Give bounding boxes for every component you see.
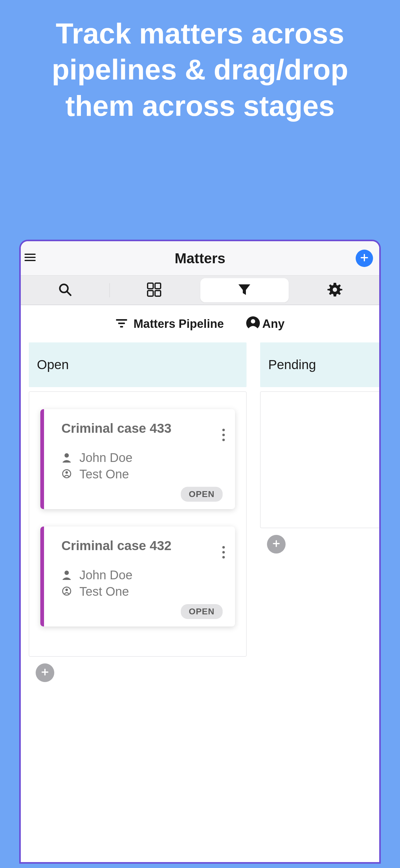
svg-point-21 [65,453,69,458]
pipeline-selector[interactable]: Matters Pipeline [115,317,224,331]
app-window: Matters [19,240,381,864]
svg-point-24 [222,546,225,549]
svg-rect-7 [147,283,153,289]
svg-line-6 [67,291,71,295]
toolbar [21,275,379,305]
app-header: Matters [21,241,379,275]
svg-point-20 [222,439,225,441]
filter-row: Matters Pipeline Any [21,305,379,342]
grid-icon [145,281,163,300]
pipeline-label: Matters Pipeline [133,317,224,331]
card-client-name: Test One [79,467,129,481]
plus-icon [40,668,49,678]
card-person-name: John Doe [79,451,132,465]
person-icon [61,569,72,581]
gear-icon [327,282,343,299]
column-body[interactable] [260,392,379,528]
card-client-row: Test One [61,467,223,481]
status-badge: OPEN [181,487,223,502]
page-title: Matters [27,250,373,267]
svg-point-29 [65,589,68,591]
user-circle-icon [245,316,261,332]
assignee-label: Any [262,317,285,331]
svg-point-12 [333,287,337,292]
add-card-button[interactable] [267,535,286,554]
svg-rect-15 [120,326,123,328]
svg-point-17 [251,319,255,323]
plus-icon [360,253,369,264]
svg-rect-0 [25,254,36,255]
svg-rect-33 [273,543,280,544]
funnel-icon [237,282,252,299]
svg-point-19 [222,434,225,436]
settings-tab[interactable] [291,276,379,305]
card-person-row: John Doe [61,451,223,465]
svg-rect-31 [41,672,48,673]
assignee-filter[interactable]: Any [245,316,285,332]
card-person-name: John Doe [79,568,132,582]
kanban-board: Open Criminal case 433 John Doe [21,342,379,682]
svg-rect-9 [147,290,153,296]
card-menu-button[interactable] [222,546,225,560]
more-vertical-icon [222,554,225,560]
status-badge: OPEN [181,604,223,619]
card-title: Criminal case 433 [61,421,223,436]
svg-rect-13 [116,319,127,321]
filter-list-icon [115,318,128,330]
svg-point-26 [222,556,225,558]
card-menu-button[interactable] [222,428,225,443]
card-title: Criminal case 432 [61,538,223,553]
matter-card[interactable]: Criminal case 433 John Doe Test One [40,409,235,509]
add-matter-button[interactable] [356,250,373,267]
card-client-row: Test One [61,585,223,598]
more-vertical-icon [222,437,225,442]
svg-point-27 [65,570,69,575]
svg-rect-4 [361,257,368,258]
svg-point-25 [222,551,225,554]
column-body[interactable]: Criminal case 433 John Doe Test One [29,392,246,657]
column-pending: Pending [260,342,379,682]
svg-rect-8 [155,283,161,289]
card-client-name: Test One [79,585,129,598]
search-icon [57,282,73,299]
svg-point-18 [222,429,225,431]
plus-icon [272,539,281,550]
svg-rect-1 [25,257,36,258]
client-icon [61,468,72,480]
filter-tab[interactable] [200,278,289,302]
card-person-row: John Doe [61,568,223,582]
search-tab[interactable] [21,276,109,305]
svg-rect-10 [155,290,161,296]
grid-view-tab[interactable] [110,276,198,305]
promo-heading: Track matters across pipelines & drag/dr… [0,0,400,124]
add-card-button[interactable] [36,663,54,682]
hamburger-icon [25,257,36,262]
column-open: Open Criminal case 433 John Doe [29,342,246,682]
column-header: Open [29,342,246,387]
person-icon [61,452,72,464]
menu-button[interactable] [25,253,36,263]
svg-rect-2 [25,260,36,261]
client-icon [61,586,72,598]
svg-point-23 [65,471,68,474]
matter-card[interactable]: Criminal case 432 John Doe Test One [40,527,235,626]
column-header: Pending [260,342,379,387]
svg-rect-14 [118,322,125,324]
